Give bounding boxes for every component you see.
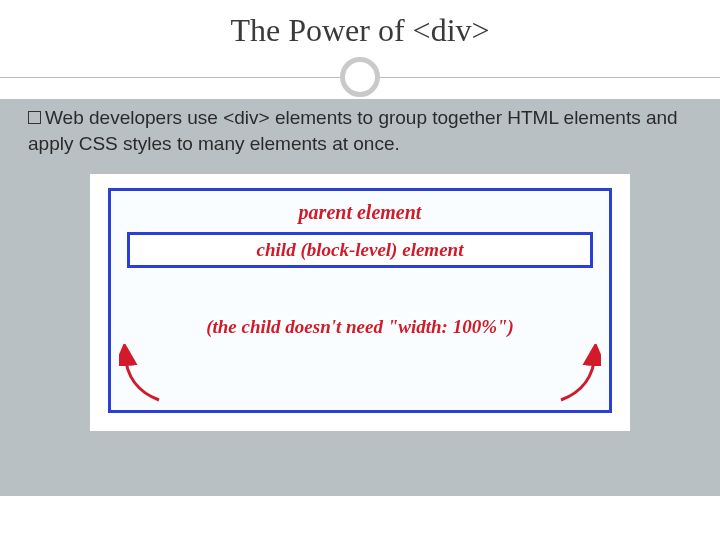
square-bullet-icon bbox=[28, 111, 41, 124]
body-text-content: Web developers use <div> elements to gro… bbox=[28, 107, 678, 154]
title-area: The Power of <div> bbox=[0, 0, 720, 99]
slide: The Power of <div> Web developers use <d… bbox=[0, 0, 720, 540]
arrow-left-icon bbox=[119, 344, 179, 404]
arrow-right-icon bbox=[541, 344, 601, 404]
footer-area bbox=[0, 496, 720, 540]
parent-label: parent element bbox=[127, 201, 593, 224]
body-paragraph: Web developers use <div> elements to gro… bbox=[28, 105, 692, 156]
diagram-container: parent element child (block-level) eleme… bbox=[90, 174, 630, 431]
circle-ornament-icon bbox=[340, 57, 380, 97]
parent-element-box: parent element child (block-level) eleme… bbox=[108, 188, 612, 413]
title-divider bbox=[0, 59, 720, 99]
slide-title: The Power of <div> bbox=[0, 12, 720, 49]
child-element-box: child (block-level) element bbox=[127, 232, 593, 268]
body-area: Web developers use <div> elements to gro… bbox=[0, 99, 720, 496]
diagram-caption: (the child doesn't need "width: 100%") bbox=[127, 316, 593, 338]
